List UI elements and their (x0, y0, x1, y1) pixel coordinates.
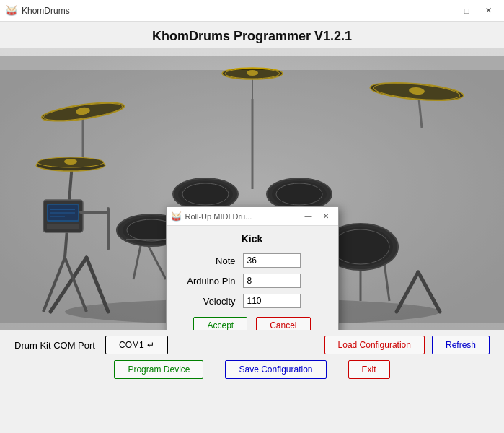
modal-dialog: 🥁 Roll-Up MIDI Dru... — ✕ Kick Note Ardu… (166, 206, 339, 330)
modal-titlebar: 🥁 Roll-Up MIDI Dru... — ✕ (167, 207, 338, 226)
modal-overlay: 🥁 Roll-Up MIDI Dru... — ✕ Kick Note Ardu… (0, 70, 504, 330)
controls-row-1: Drum Kit COM Port COM1 ↵ Load Configurat… (14, 336, 490, 354)
modal-note-input[interactable] (243, 253, 301, 268)
modal-field-velocity: Velocity (178, 294, 327, 308)
refresh-button[interactable]: Refresh (432, 336, 490, 354)
modal-title-icon: 🥁 (171, 211, 182, 222)
com-port-value: COM1 (119, 340, 144, 350)
title-bar-controls: — □ ✕ (435, 3, 498, 19)
minimize-button[interactable]: — (435, 3, 455, 19)
modal-velocity-label: Velocity (178, 296, 243, 307)
modal-title-text: Roll-Up MIDI Dru... (185, 212, 252, 221)
modal-field-note: Note (178, 253, 327, 268)
app-header: KhomDrums Programmer V1.2.1 (0, 22, 504, 48)
title-bar: 🥁 KhomDrums — □ ✕ (0, 0, 504, 22)
modal-accept-button[interactable]: Accept (193, 317, 247, 330)
load-config-button[interactable]: Load Configuration (324, 336, 425, 354)
modal-titlebar-controls: — ✕ (301, 210, 334, 223)
com-port-select[interactable]: COM1 ↵ (105, 336, 168, 354)
modal-cancel-button[interactable]: Cancel (256, 317, 310, 330)
modal-minimize-button[interactable]: — (301, 210, 317, 223)
modal-titlebar-left: 🥁 Roll-Up MIDI Dru... (171, 211, 252, 222)
modal-pin-label: Arduino Pin (178, 276, 243, 287)
program-device-button[interactable]: Program Device (114, 360, 203, 379)
maximize-button[interactable]: □ (456, 3, 477, 19)
controls-row-2: Program Device Save Configuration Exit (14, 360, 490, 379)
drum-kit-area: 🥁 Roll-Up MIDI Dru... — ✕ Kick Note Ardu… (0, 48, 504, 330)
app-icon: 🥁 (6, 5, 17, 17)
com-port-label: Drum Kit COM Port (14, 340, 95, 351)
modal-heading: Kick (178, 233, 327, 245)
modal-actions: Accept Cancel (178, 317, 327, 330)
modal-field-pin: Arduino Pin (178, 274, 327, 288)
com-port-arrow: ↵ (147, 340, 154, 350)
modal-pin-input[interactable] (243, 274, 301, 288)
bottom-controls: Drum Kit COM Port COM1 ↵ Load Configurat… (0, 330, 504, 385)
title-bar-left: 🥁 KhomDrums (6, 5, 70, 17)
modal-note-label: Note (178, 255, 243, 266)
exit-button[interactable]: Exit (348, 360, 390, 379)
modal-close-button[interactable]: ✕ (318, 210, 334, 223)
close-button[interactable]: ✕ (478, 3, 498, 19)
modal-velocity-input[interactable] (243, 294, 301, 308)
modal-body: Kick Note Arduino Pin Velocity Accept Ca… (167, 226, 338, 330)
save-config-button[interactable]: Save Configuration (225, 360, 326, 379)
title-bar-title: KhomDrums (22, 6, 70, 16)
